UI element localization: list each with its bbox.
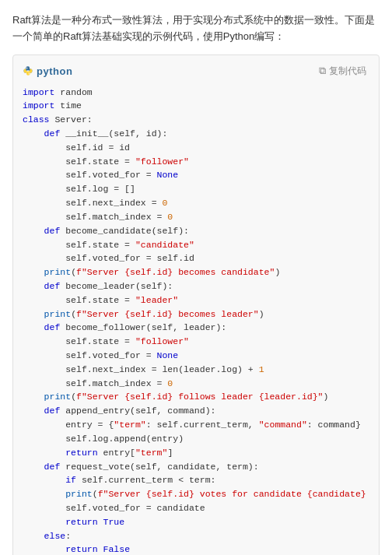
code-header: python ⧉ 复制代码 bbox=[23, 63, 369, 79]
python-lang-label: python bbox=[37, 65, 72, 77]
python-logo: python bbox=[23, 65, 72, 77]
intro-section: Raft算法是一种分布式一致性算法，用于实现分布式系统中的数据一致性。下面是一个… bbox=[12, 12, 380, 45]
code-content: import random import time class Server: … bbox=[23, 86, 369, 555]
copy-label: 复制代码 bbox=[329, 65, 366, 78]
copy-button[interactable]: ⧉ 复制代码 bbox=[316, 63, 369, 79]
copy-icon: ⧉ bbox=[319, 65, 326, 77]
code-block: python ⧉ 复制代码 import random import time … bbox=[12, 54, 380, 555]
python-logo-icon bbox=[23, 65, 33, 76]
intro-text: Raft算法是一种分布式一致性算法，用于实现分布式系统中的数据一致性。下面是一个… bbox=[12, 12, 380, 45]
